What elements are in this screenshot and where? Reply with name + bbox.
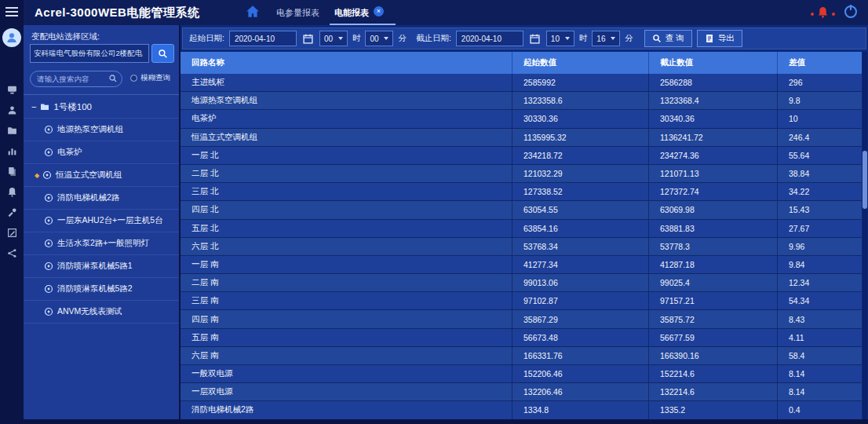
column-header[interactable]: 回路名称 [181,52,512,74]
table-row[interactable]: 主进线柜25859922586288296 [181,74,862,92]
tree-item-3[interactable]: ◆恒温立式空调机组 [24,164,179,187]
diff-value: 27.67 [777,220,862,237]
calendar-icon[interactable] [530,34,540,44]
table-row[interactable]: 五层 北63854.1663881.8327.67 [181,220,862,238]
tree-item-0[interactable]: −1号楼100 [24,96,179,119]
power-icon[interactable] [844,5,857,18]
start-value: 127338.52 [512,183,648,200]
circuit-name: 一层 南 [181,256,512,273]
end-value: 1136241.72 [648,129,777,146]
tab-active-wrap: 电能报表 [330,0,396,25]
fuzzy-search-toggle[interactable]: 模糊查询 [130,73,170,83]
diff-value: 10 [777,110,862,127]
table-row[interactable]: 一般双电源152206.46152214.68.14 [181,365,862,383]
table-body: 主进线柜25859922586288296地源热泵空调机组1323358.613… [181,74,862,419]
home-icon[interactable] [246,5,260,19]
station-select-label: 变配电站选择区域: [31,31,100,42]
documents-icon[interactable] [7,166,17,177]
tab-close-icon[interactable]: × [374,6,384,16]
start-hour-select[interactable]: 00 [319,31,348,46]
alarm-zone[interactable] [811,6,835,21]
start-minute-select[interactable]: 00 [365,31,393,46]
station-search-button[interactable] [151,44,174,63]
table-row[interactable]: 六层 北53768.3453778.39.96 [181,238,862,256]
table-row[interactable]: 三层 南97102.8797157.2154.34 [181,292,862,310]
start-value: 1334.8 [512,401,648,419]
column-header[interactable]: 截止数值 [648,52,777,74]
circuit-name: 六层 北 [181,238,512,255]
tree-item-2[interactable]: 电茶炉 [24,141,179,164]
table-row[interactable]: 一层 北234218.72234274.3655.64 [181,147,862,165]
tree-item-label: 生活水泵2路+一般照明灯 [57,238,149,249]
diff-value: 4.11 [777,329,862,346]
tab-report-2-active[interactable]: 电能报表 [334,7,369,19]
tree-item-5[interactable]: 一层东AHU2台+一层主机5台 [24,210,179,232]
scrollbar-thumb[interactable] [863,151,867,209]
tree-item-4[interactable]: 消防电梯机械2路 [24,187,179,210]
end-value: 53778.3 [648,238,777,255]
station-input[interactable] [30,44,149,63]
tree-item-9[interactable]: ANVM无线表测试 [24,301,179,323]
menu-icon[interactable] [5,7,18,16]
query-button[interactable]: 查 询 [644,30,692,47]
column-header[interactable]: 差值 [777,52,862,74]
tools-icon[interactable] [7,207,17,217]
table-row[interactable]: 电茶炉30330.3630340.3610 [181,110,862,128]
table-row[interactable]: 四层 南35867.2935875.728.43 [181,310,862,328]
station-tree: −1号楼100地源热泵空调机组电茶炉◆恒温立式空调机组消防电梯机械2路一层东AH… [24,96,179,323]
table-header: 回路名称起始数值截止数值差值 [181,52,862,74]
monitor-icon[interactable] [7,85,17,95]
fuzzy-checkbox[interactable] [130,75,137,82]
tab-report-1[interactable]: 电参量报表 [276,7,319,19]
circuit-icon [44,148,53,157]
chart-icon[interactable] [7,146,17,156]
circuit-name: 恒温立式空调机组 [181,129,512,146]
search-icon [108,74,118,83]
table-row[interactable]: 二层 北121032.29121071.1338.84 [181,165,862,183]
tree-item-6[interactable]: 生活水泵2路+一般照明灯 [24,232,179,255]
tree-item-7[interactable]: 消防喷淋泵机械5路1 [24,255,179,278]
edit-icon[interactable] [7,228,17,238]
start-value: 53768.34 [512,238,648,255]
diff-value: 0.4 [777,401,862,419]
circuit-icon [42,170,52,180]
share-icon[interactable] [7,248,17,258]
start-date-input[interactable]: 2020-04-10 [229,31,297,46]
circuit-icon [44,307,53,316]
user-icon[interactable] [7,105,17,115]
table-row[interactable]: 一层 南41277.3441287.189.84 [181,256,862,274]
diff-value: 12.34 [777,274,862,291]
circuit-name: 四层 南 [181,310,512,327]
diff-value: 34.22 [777,183,862,200]
column-header[interactable]: 起始数值 [512,52,648,74]
scrollbar-track[interactable] [863,52,867,419]
end-value: 56677.59 [648,329,777,346]
end-minute-select[interactable]: 16 [592,31,620,46]
folder-icon[interactable] [7,126,17,136]
circuit-name: 一层双电源 [181,383,512,400]
alarm-icon[interactable] [7,187,17,197]
table-row[interactable]: 地源热泵空调机组1323358.61323368.49.8 [181,92,862,110]
table-row[interactable]: 五层 南56673.4856677.594.11 [181,329,862,347]
tree-item-label: ANVM无线表测试 [57,306,122,317]
footer-strip [0,419,868,424]
end-value: 2586288 [648,74,777,91]
end-date-input[interactable]: 2020-04-10 [456,31,523,46]
table-row[interactable]: 六层 南166331.76166390.1658.4 [181,347,862,365]
collapse-toggle[interactable]: − [31,102,36,111]
table-row[interactable]: 二层 南99013.0699025.412.34 [181,274,862,292]
tree-item-8[interactable]: 消防喷淋泵机械5路2 [24,278,179,301]
table-row[interactable]: 恒温立式空调机组1135995.321136241.72246.4 [181,129,862,147]
diff-value: 9.96 [777,238,862,255]
avatar[interactable] [2,28,21,47]
table-row[interactable]: 一层双电源132206.46132214.68.14 [181,383,862,401]
export-button[interactable]: 导出 [697,30,742,47]
table-row[interactable]: 四层 北63054.5563069.9815.43 [181,201,862,219]
table-row[interactable]: 消防电梯机械2路1334.81335.20.4 [181,401,862,419]
tree-item-1[interactable]: 地源热泵空调机组 [24,119,179,141]
table-row[interactable]: 三层 北127338.52127372.7434.22 [181,183,862,201]
calendar-icon[interactable] [303,34,313,44]
circuit-name: 六层 南 [181,347,512,364]
end-hour-select[interactable]: 10 [546,31,574,46]
alarm-bell-icon[interactable] [817,6,829,21]
